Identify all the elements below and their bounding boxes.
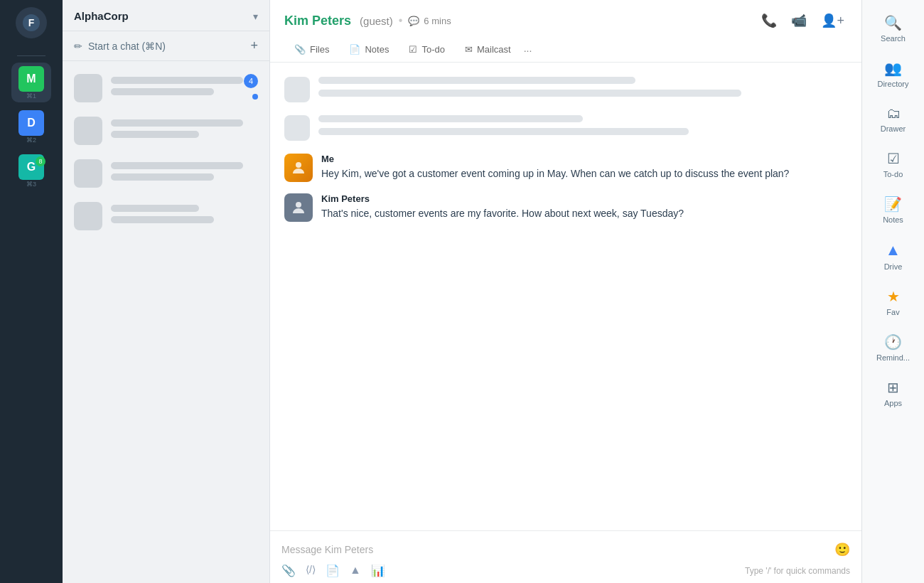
workspace-m-avatar: M (18, 66, 44, 92)
emoji-icon[interactable]: 🙂 (834, 542, 850, 557)
new-chat-bar[interactable]: ✏ Start a chat (⌘N) + (63, 31, 269, 61)
sidebar-item-text (111, 205, 258, 228)
skeleton-avatar (284, 77, 310, 102)
chevron-down-icon[interactable]: ▾ (253, 11, 258, 22)
tab-files[interactable]: 📎 Files (284, 38, 339, 62)
drive-label: Drive (884, 262, 903, 271)
plus-icon[interactable]: + (250, 38, 258, 53)
chat-header-actions: 📞 📹 👤+ (758, 10, 847, 31)
message-content: Me Hey Kim, we've got a customer event c… (321, 154, 847, 181)
workspace-d-shortcut: ⌘2 (26, 137, 36, 144)
sidebar-text-line (111, 173, 214, 181)
workspace-m-shortcut: ⌘1 (26, 92, 36, 100)
todo-label: To-do (883, 170, 903, 178)
sidebar-item-search[interactable]: 🔍 Search (868, 7, 919, 50)
drive-icon[interactable]: ▲ (350, 564, 361, 577)
mailcast-icon: ✉ (465, 44, 473, 55)
unread-badge: 4 (244, 74, 258, 88)
sidebar-item-remind[interactable]: 🕐 Remind... (868, 326, 919, 369)
avatar (74, 74, 102, 102)
sidebar-item-fav[interactable]: ★ Fav (868, 281, 919, 323)
message-sender: Kim Peters (321, 193, 847, 204)
svg-point-2 (296, 162, 301, 168)
video-icon[interactable]: 📹 (788, 10, 810, 31)
chat-identity: Kim Peters (guest) • 💬 6 mins (284, 14, 451, 28)
sidebar-item[interactable] (63, 109, 269, 152)
sidebar-item-todo[interactable]: ☑ To-do (868, 143, 919, 186)
sidebar-item[interactable]: 4 (63, 67, 269, 109)
workspace-m[interactable]: M ⌘1 (11, 63, 51, 102)
workspace-g-shortcut: ⌘3 (26, 181, 36, 188)
tab-mailcast[interactable]: ✉ Mailcast (455, 38, 521, 62)
remind-label: Remind... (876, 353, 910, 362)
fav-label: Fav (886, 308, 899, 316)
message-row: Me Hey Kim, we've got a customer event c… (284, 154, 847, 182)
workspace-d-avatar: D (18, 110, 44, 136)
chat-input-bottom: 📎 ⟨/⟩ 📄 ▲ 📊 Type '/' for quick commands (281, 564, 850, 577)
doc-icon[interactable]: 📄 (326, 564, 340, 577)
workspace-g-badge: 8 (36, 156, 45, 166)
phone-icon[interactable]: 📞 (758, 10, 780, 31)
message-content: Kim Peters That's nice, customer events … (321, 193, 847, 221)
chart-icon[interactable]: 📊 (371, 564, 385, 577)
avatar (284, 193, 313, 222)
skeleton-line (318, 77, 635, 84)
sidebar-text-line (111, 216, 214, 223)
sidebar-item-text (111, 162, 258, 185)
workspace-g[interactable]: G ⌘3 8 (11, 151, 51, 191)
avatar (284, 154, 313, 182)
tab-todo-label: To-do (421, 44, 445, 55)
avatar (74, 159, 102, 188)
sidebar: AlphaCorp ▾ ✏ Start a chat (⌘N) + 4 (63, 0, 270, 583)
skeleton-avatar (284, 115, 310, 141)
chat-header: Kim Peters (guest) • 💬 6 mins 📞 📹 👤+ 📎 F… (270, 0, 861, 63)
sidebar-item-notes[interactable]: 📝 Notes (868, 188, 919, 231)
remind-icon: 🕐 (884, 333, 902, 351)
sidebar-item-drive[interactable]: ▲ Drive (868, 234, 919, 278)
notes-icon: 📄 (349, 44, 360, 55)
message-text: That's nice, customer events are my favo… (321, 206, 847, 221)
message-group: Me Hey Kim, we've got a customer event c… (284, 154, 847, 182)
sidebar-title: AlphaCorp (74, 10, 129, 22)
unread-dot (252, 94, 258, 100)
apps-label: Apps (884, 399, 902, 407)
apps-icon: ⊞ (887, 379, 899, 396)
skeleton-lines (318, 77, 847, 102)
sidebar-item[interactable] (63, 195, 269, 237)
tab-notes[interactable]: 📄 Notes (339, 38, 399, 62)
sidebar-header: AlphaCorp ▾ (63, 0, 269, 31)
tab-todo[interactable]: ☑ To-do (399, 38, 455, 62)
sidebar-item-apps[interactable]: ⊞ Apps (868, 372, 919, 414)
sidebar-item-directory[interactable]: 👥 Directory (868, 53, 919, 95)
sidebar-item[interactable] (63, 152, 269, 195)
sidebar-item-drawer[interactable]: 🗂 Drawer (868, 98, 919, 140)
notes-icon: 📝 (884, 196, 902, 213)
sidebar-item-text (111, 119, 258, 142)
notes-label: Notes (883, 215, 903, 224)
message-group: Kim Peters That's nice, customer events … (284, 193, 847, 222)
workspace-d[interactable]: D ⌘2 (11, 107, 51, 146)
time-label: 6 mins (424, 16, 451, 26)
message-sender: Me (321, 154, 847, 164)
attach-icon[interactable]: 📎 (281, 564, 296, 577)
skeleton-message (284, 115, 847, 141)
more-tabs-icon[interactable]: ··· (521, 39, 535, 62)
skeleton-line (318, 115, 583, 122)
input-hint: Type '/' for quick commands (745, 566, 850, 576)
skeleton-lines (318, 115, 847, 141)
add-user-icon[interactable]: 👤+ (818, 10, 847, 31)
todo-icon: ☑ (409, 44, 417, 55)
rail-divider (17, 55, 45, 56)
message-text: Hey Kim, we've got a customer event comi… (321, 166, 847, 181)
sidebar-text-line (111, 77, 243, 84)
todo-icon: ☑ (887, 150, 900, 167)
chat-body: Me Hey Kim, we've got a customer event c… (270, 63, 861, 530)
time-badge: 💬 6 mins (408, 16, 451, 26)
sidebar-list: 4 (63, 61, 269, 583)
app-logo: F (16, 7, 47, 38)
skeleton-line (318, 128, 689, 135)
drawer-label: Drawer (881, 124, 906, 133)
code-icon[interactable]: ⟨/⟩ (306, 564, 316, 577)
message-input[interactable] (281, 540, 834, 560)
pen-icon: ✏ (74, 41, 82, 52)
